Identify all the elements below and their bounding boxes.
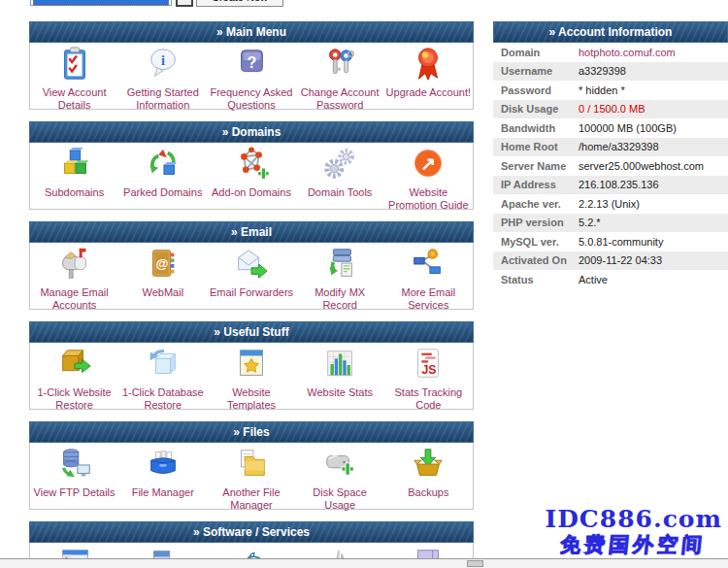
item-modify-mx-record[interactable]: Modify MX Record <box>296 246 383 311</box>
row-value: a3329398 <box>579 65 626 77</box>
account-row-ip-address: IP Address216.108.235.136 <box>493 176 728 195</box>
item-label: Getting Started Information <box>119 86 207 111</box>
account-row-activated-on: Activated On2009-11-22 04:33 <box>493 251 728 271</box>
account-row-php-version: PHP version5.2.* <box>493 214 728 233</box>
item-faq[interactable]: ? Frequency Asked Questions <box>208 46 295 111</box>
address-book-icon: @ <box>145 246 182 286</box>
item-website-promotion-guide[interactable]: ↗ Website Promotion Guide <box>384 146 472 211</box>
promotion-arrow-icon: ↗ <box>410 146 447 186</box>
item-website-templates[interactable]: Website Templates <box>208 346 295 411</box>
info-bubble-icon: i <box>145 46 182 86</box>
account-row-home-root: Home Root/home/a3329398 <box>493 138 728 157</box>
item-label: File Manager <box>132 486 194 499</box>
item-webmail[interactable]: @ WebMail <box>119 246 207 299</box>
cubes-icon <box>56 146 93 186</box>
item-view-ftp-details[interactable]: View FTP Details <box>31 446 118 499</box>
account-row-username: Usernamea3329398 <box>493 62 728 82</box>
account-row-domain: Domainhotphoto.comuf.com <box>493 43 728 62</box>
item-website-stats[interactable]: Website Stats <box>296 346 383 399</box>
item-label: 1-Click Website Restore <box>31 386 118 411</box>
section-email: » Email Manage Email Accounts @ WebMail … <box>29 221 474 310</box>
section-header-files: » Files <box>29 421 474 443</box>
item-change-password[interactable]: Change Account Password <box>296 46 383 111</box>
main-menu-column: » Main Menu View Account Details i Getti… <box>29 21 474 568</box>
section-header-software-services: » Software / Services <box>29 521 474 543</box>
item-view-account-details[interactable]: View Account Details <box>31 46 118 111</box>
section-header-useful-stuff: » Useful Stuff <box>29 321 474 343</box>
item-1click-database-restore[interactable]: 1-Click Database Restore <box>119 346 207 411</box>
row-label: Home Root <box>493 141 579 152</box>
question-mark-icon: ? <box>233 46 270 86</box>
disk-plus-icon <box>321 446 358 486</box>
row-value: 2.2.13 (Unix) <box>579 198 640 210</box>
account-info-header: » Account Information <box>493 21 728 43</box>
section-header-email: » Email <box>29 221 474 243</box>
row-value: 0 / 1500.0 MB <box>579 103 645 115</box>
item-parked-domains[interactable]: Parked Domains <box>119 146 207 199</box>
watermark: IDC886.com 免费国外空间 <box>545 506 722 557</box>
go-button[interactable]: Go <box>176 0 193 7</box>
item-backups[interactable]: Backups <box>384 446 472 499</box>
item-label: Domain Tools <box>308 186 372 199</box>
js-code-icon: JS <box>410 346 447 386</box>
row-label: Username <box>493 65 579 77</box>
item-label: WebMail <box>142 286 183 299</box>
clipboard-check-icon <box>56 46 93 86</box>
item-upgrade-account[interactable]: Upgrade Account! <box>384 46 472 99</box>
item-label: Email Forwarders <box>210 286 293 299</box>
flowchart-nodes-icon <box>410 246 447 286</box>
svg-text:JS: JS <box>422 363 437 377</box>
item-getting-started[interactable]: i Getting Started Information <box>119 46 207 111</box>
create-new-button[interactable]: Create New <box>196 0 283 7</box>
row-label: Apache ver. <box>493 198 579 210</box>
item-1click-website-restore[interactable]: 1-Click Website Restore <box>31 346 118 411</box>
item-manage-email-accounts[interactable]: Manage Email Accounts <box>31 246 118 311</box>
row-value: 5.2.* <box>579 217 601 228</box>
keys-icon <box>321 46 358 86</box>
gears-icon <box>321 146 358 186</box>
award-ribbon-icon <box>410 46 447 86</box>
account-row-password: Password* hidden * <box>493 81 728 100</box>
network-plus-icon <box>233 146 270 186</box>
row-value: Active <box>579 274 608 285</box>
item-label: Modify MX Record <box>296 286 383 311</box>
domain-link[interactable]: hotphoto.comuf.com <box>579 47 676 58</box>
item-file-manager[interactable]: File Manager <box>119 446 207 499</box>
backup-box-icon <box>410 446 447 486</box>
svg-text:@: @ <box>155 256 168 271</box>
item-subdomains[interactable]: Subdomains <box>31 146 118 199</box>
item-label: More Email Services <box>384 286 472 311</box>
watermark-chinese-text: 免费国外空间 <box>544 532 723 557</box>
item-addon-domains[interactable]: Add-on Domains <box>208 146 295 199</box>
item-more-email-services[interactable]: More Email Services <box>384 246 472 311</box>
scrollbar-thumb[interactable] <box>467 560 483 567</box>
item-label: Change Account Password <box>296 86 383 111</box>
item-domain-tools[interactable]: Domain Tools <box>296 146 383 199</box>
mailbox-icon <box>56 246 93 286</box>
item-label: 1-Click Database Restore <box>119 386 207 411</box>
row-label: Bandwidth <box>493 122 579 134</box>
account-row-disk-usage: Disk Usage0 / 1500.0 MB <box>493 100 728 119</box>
item-label: Website Templates <box>208 386 295 411</box>
row-label: IP Address <box>493 179 579 190</box>
window-star-icon <box>233 346 270 386</box>
item-email-forwarders[interactable]: Email Forwarders <box>208 246 295 299</box>
row-value: * hidden * <box>579 84 625 96</box>
item-another-file-manager[interactable]: Another File Manager <box>208 446 295 511</box>
item-label: Another File Manager <box>208 486 295 511</box>
item-stats-tracking-code[interactable]: JS Stats Tracking Code <box>384 346 472 411</box>
account-row-apache-version: Apache ver.2.2.13 (Unix) <box>493 194 728 214</box>
row-label: Domain <box>493 47 579 58</box>
item-disk-space-usage[interactable]: Disk Space Usage <box>296 446 383 511</box>
row-value: /home/a3329398 <box>579 141 659 152</box>
row-label: Server Name <box>493 160 579 172</box>
row-value: 216.108.235.136 <box>579 179 659 190</box>
cube-restore-icon <box>145 346 182 386</box>
item-label: Frequency Asked Questions <box>208 86 295 111</box>
horizontal-scrollbar[interactable] <box>0 558 728 568</box>
item-label: Backups <box>408 486 448 499</box>
account-row-bandwidth: Bandwidth100000 MB (100GB) <box>493 118 728 138</box>
quick-launch-input[interactable] <box>30 0 172 6</box>
item-label: Website Stats <box>307 386 373 399</box>
row-label: Status <box>493 274 579 285</box>
